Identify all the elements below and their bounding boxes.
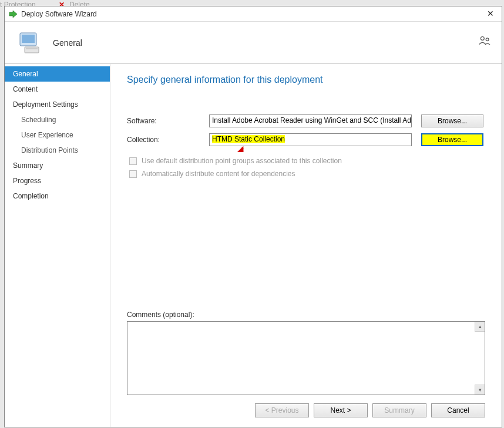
cancel-button[interactable]: Cancel — [431, 403, 485, 417]
wizard-sidebar: General Content Deployment Settings Sche… — [5, 64, 110, 427]
sidebar-item-distribution-points[interactable]: Distribution Points — [5, 143, 110, 158]
deploy-software-wizard-dialog: Deploy Software Wizard ✕ General General… — [4, 6, 502, 427]
software-row: Software: Install Adobe Acrobat Reader u… — [127, 114, 485, 127]
comments-scroll-up[interactable]: ▴ — [475, 322, 485, 332]
collection-value-text: HTMD Static Collection — [212, 135, 285, 143]
comments-textarea[interactable]: ▴ ▾ — [127, 321, 485, 395]
checkbox-auto-distribute: Automatically distribute content for dep… — [129, 170, 485, 178]
titlebar: Deploy Software Wizard ✕ — [5, 6, 502, 22]
collection-field[interactable]: HTMD Static Collection — [209, 133, 412, 146]
svg-rect-2 — [22, 35, 35, 43]
sidebar-item-summary[interactable]: Summary — [5, 158, 110, 173]
checkbox-auto-distribute-label: Automatically distribute content for dep… — [142, 170, 295, 178]
people-icon[interactable] — [478, 35, 491, 48]
software-field[interactable]: Install Adobe Acrobat Reader using WinGe… — [209, 114, 412, 127]
checkbox-default-dp-groups: Use default distribution point groups as… — [129, 157, 485, 165]
main-heading: Specify general information for this dep… — [127, 75, 485, 85]
main-panel: Specify general information for this dep… — [110, 64, 502, 427]
svg-rect-4 — [26, 48, 38, 49]
software-browse-button[interactable]: Browse... — [421, 114, 483, 127]
close-button[interactable]: ✕ — [482, 8, 499, 19]
collection-browse-button[interactable]: Browse... — [421, 133, 483, 146]
sidebar-item-completion[interactable]: Completion — [5, 188, 110, 204]
computer-icon — [16, 29, 43, 56]
checkbox-auto-distribute-box — [129, 170, 137, 178]
comments-block: Comments (optional): ▴ ▾ — [127, 311, 485, 395]
collection-row: Collection: HTMD Static Collection Brows… — [127, 133, 485, 146]
page-title: General — [53, 38, 82, 48]
software-label: Software: — [127, 117, 209, 125]
header-band: General — [5, 22, 502, 64]
collection-label: Collection: — [127, 136, 209, 144]
comments-label: Comments (optional): — [127, 311, 485, 319]
svg-rect-3 — [25, 47, 39, 53]
comments-scroll-down[interactable]: ▾ — [475, 385, 485, 395]
svg-point-5 — [481, 36, 484, 40]
annotation-arrow-collection-field — [225, 148, 243, 152]
sidebar-item-scheduling[interactable]: Scheduling — [5, 112, 110, 127]
sidebar-item-progress[interactable]: Progress — [5, 173, 110, 188]
sidebar-item-deployment-settings[interactable]: Deployment Settings — [5, 97, 110, 112]
next-button[interactable]: Next > — [314, 403, 368, 417]
sidebar-item-content[interactable]: Content — [5, 82, 110, 97]
wizard-footer-buttons: < Previous Next > Summary Cancel — [127, 395, 485, 420]
checkbox-default-dp-groups-label: Use default distribution point groups as… — [142, 157, 342, 165]
sidebar-item-user-experience[interactable]: User Experience — [5, 127, 110, 143]
sidebar-item-general[interactable]: General — [5, 66, 110, 82]
summary-button: Summary — [372, 403, 426, 417]
deploy-arrow-icon — [8, 9, 18, 19]
window-title: Deploy Software Wizard — [21, 10, 97, 18]
previous-button: < Previous — [255, 403, 309, 417]
checkbox-default-dp-groups-box — [129, 157, 137, 165]
svg-point-6 — [486, 38, 489, 41]
body-area: General Content Deployment Settings Sche… — [5, 64, 502, 427]
svg-marker-0 — [9, 11, 17, 18]
